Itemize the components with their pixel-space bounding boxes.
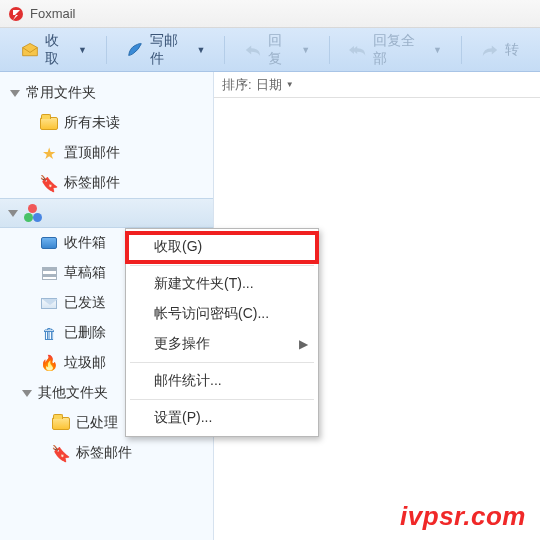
- sidebar-common-folders[interactable]: 常用文件夹: [0, 78, 213, 108]
- replyall-label: 回复全部: [373, 32, 425, 68]
- trash-icon: 🗑: [40, 325, 58, 341]
- toolbar: 收取 ▼ 写邮件 ▼ 回复 ▼ 回复全部 ▼ 转: [0, 28, 540, 72]
- replyall-icon: [349, 42, 367, 58]
- label: 标签邮件: [76, 444, 132, 462]
- sidebar-tagged[interactable]: 🔖 标签邮件: [0, 168, 213, 198]
- separator: [130, 362, 314, 363]
- label: 置顶邮件: [64, 144, 120, 162]
- dropdown-icon: ▼: [196, 45, 205, 55]
- forward-icon: [481, 42, 499, 58]
- sort-bar[interactable]: 排序: 日期 ▼: [214, 72, 540, 98]
- separator: [130, 399, 314, 400]
- sort-by: 日期: [256, 76, 282, 94]
- folder-icon: [40, 115, 58, 131]
- compose-label: 写邮件: [150, 32, 188, 68]
- label: 草稿箱: [64, 264, 106, 282]
- ctx-account-password[interactable]: 帐号访问密码(C)...: [126, 299, 318, 329]
- forward-button[interactable]: 转: [470, 34, 530, 66]
- reply-button[interactable]: 回复 ▼: [233, 34, 321, 66]
- ctx-settings[interactable]: 设置(P)...: [126, 403, 318, 433]
- separator: [329, 36, 330, 64]
- label: 已删除: [64, 324, 106, 342]
- label: 帐号访问密码(C)...: [154, 305, 269, 323]
- separator: [106, 36, 107, 64]
- label: 常用文件夹: [26, 84, 96, 102]
- expand-icon: [8, 210, 18, 217]
- label: 其他文件夹: [38, 384, 108, 402]
- label: 收件箱: [64, 234, 106, 252]
- context-menu: 收取(G) 新建文件夹(T)... 帐号访问密码(C)... 更多操作▶ 邮件统…: [125, 228, 319, 437]
- submenu-icon: ▶: [299, 337, 308, 351]
- receive-icon: [21, 42, 39, 58]
- bookmark-icon: 🔖: [40, 175, 58, 191]
- app-icon: [8, 6, 24, 22]
- bookmark-icon: 🔖: [52, 445, 70, 461]
- label: 更多操作: [154, 335, 210, 353]
- ctx-mail-stats[interactable]: 邮件统计...: [126, 366, 318, 396]
- forward-label: 转: [505, 41, 519, 59]
- sent-icon: [40, 295, 58, 311]
- dropdown-icon: ▼: [301, 45, 310, 55]
- label: 新建文件夹(T)...: [154, 275, 254, 293]
- label: 垃圾邮: [64, 354, 106, 372]
- dropdown-icon: ▼: [433, 45, 442, 55]
- expand-icon: [10, 90, 20, 97]
- label: 设置(P)...: [154, 409, 212, 427]
- sidebar-tagged-2[interactable]: 🔖 标签邮件: [0, 438, 213, 468]
- reply-label: 回复: [268, 32, 293, 68]
- sidebar-pinned[interactable]: ★ 置顶邮件: [0, 138, 213, 168]
- compose-icon: [126, 42, 144, 58]
- separator: [224, 36, 225, 64]
- dropdown-icon: ▼: [286, 80, 294, 89]
- sort-prefix: 排序:: [222, 76, 252, 94]
- dropdown-icon: ▼: [78, 45, 87, 55]
- ctx-more-actions[interactable]: 更多操作▶: [126, 329, 318, 359]
- inbox-icon: [40, 235, 58, 251]
- label: 邮件统计...: [154, 372, 222, 390]
- label: 所有未读: [64, 114, 120, 132]
- folder-icon: [52, 415, 70, 431]
- account-icon: [24, 205, 42, 221]
- star-icon: ★: [40, 145, 58, 161]
- separator: [461, 36, 462, 64]
- replyall-button[interactable]: 回复全部 ▼: [338, 34, 453, 66]
- compose-button[interactable]: 写邮件 ▼: [115, 34, 216, 66]
- sidebar-account[interactable]: [0, 198, 213, 228]
- label: 收取(G): [154, 238, 202, 256]
- label: 已处理: [76, 414, 118, 432]
- ctx-new-folder[interactable]: 新建文件夹(T)...: [126, 269, 318, 299]
- title-bar: Foxmail: [0, 0, 540, 28]
- reply-icon: [244, 42, 262, 58]
- draft-icon: [40, 265, 58, 281]
- flame-icon: 🔥: [40, 355, 58, 371]
- sidebar-all-unread[interactable]: 所有未读: [0, 108, 213, 138]
- watermark: ivpsr.com: [400, 501, 526, 532]
- app-title: Foxmail: [30, 6, 76, 21]
- expand-icon: [22, 390, 32, 397]
- label: 已发送: [64, 294, 106, 312]
- receive-button[interactable]: 收取 ▼: [10, 34, 98, 66]
- ctx-receive[interactable]: 收取(G): [126, 232, 318, 262]
- label: 标签邮件: [64, 174, 120, 192]
- separator: [130, 265, 314, 266]
- receive-label: 收取: [45, 32, 70, 68]
